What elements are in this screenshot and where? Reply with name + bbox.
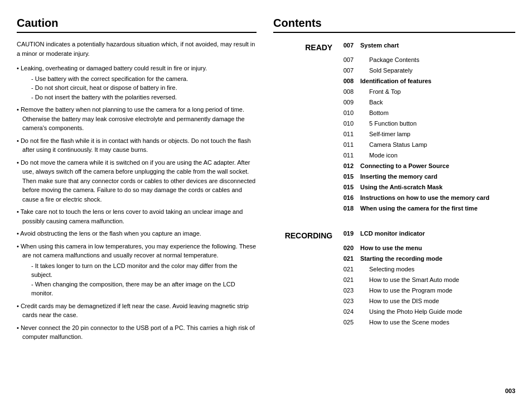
caution-intro: CAUTION indicates a potentially hazardou… bbox=[17, 40, 257, 58]
table-row: 021How to use the Smart Auto mode bbox=[274, 275, 514, 285]
ready-label: READY bbox=[274, 41, 339, 54]
page-number: 003 bbox=[505, 387, 515, 394]
contents-item-label: How to use the Smart Auto mode bbox=[360, 275, 514, 285]
table-row: 009Back bbox=[274, 98, 514, 107]
caution-item: When using this camera in low temperatur… bbox=[17, 242, 257, 298]
page-number-cell: 021 bbox=[340, 254, 359, 264]
page-number-cell: 007 bbox=[340, 41, 359, 54]
page-number-cell: 015 bbox=[340, 183, 359, 192]
page-number-cell: 007 bbox=[340, 55, 359, 65]
table-row: 015Inserting the memory card bbox=[274, 172, 514, 181]
contents-item-label: Using the Anti-scratch Mask bbox=[360, 183, 514, 192]
table-row: 015Using the Anti-scratch Mask bbox=[274, 183, 514, 192]
table-row: 010Bottom bbox=[274, 108, 514, 118]
contents-item-label: When using the camera for the first time bbox=[360, 204, 514, 213]
caution-sub-item: Do not short circuit, heat or dispose of… bbox=[31, 83, 257, 93]
contents-item-label: Front & Top bbox=[360, 87, 514, 97]
table-row: 024Using the Photo Help Guide mode bbox=[274, 307, 514, 317]
table-row: 023How to use the DIS mode bbox=[274, 296, 514, 306]
contents-item-label: Mode icon bbox=[360, 151, 514, 160]
contents-item-label: 5 Function button bbox=[360, 119, 514, 128]
contents-item-label: How to use the Program mode bbox=[360, 286, 514, 295]
page-number-cell: 007 bbox=[340, 66, 359, 75]
table-row: 025How to use the Scene modes bbox=[274, 318, 514, 327]
page-number-cell: 020 bbox=[340, 243, 359, 253]
table-row: 007Package Contents bbox=[274, 55, 514, 65]
contents-item-label: Connecting to a Power Source bbox=[360, 161, 514, 171]
contents-item-label: How to use the Scene modes bbox=[360, 318, 514, 327]
contents-item-label: System chart bbox=[360, 41, 514, 54]
table-row: 018When using the camera for the first t… bbox=[274, 204, 514, 213]
table-row: 016Instructions on how to use the memory… bbox=[274, 193, 514, 203]
page-number-cell: 021 bbox=[340, 265, 359, 274]
page-number-cell: 011 bbox=[340, 151, 359, 160]
caution-item: Credit cards may be demagnetized if left… bbox=[17, 302, 257, 320]
caution-item: Do not move the camera while it is switc… bbox=[17, 158, 257, 204]
table-row: 011Camera Status Lamp bbox=[274, 140, 514, 150]
contents-item-label: Camera Status Lamp bbox=[360, 140, 514, 150]
page-number-cell: 008 bbox=[340, 76, 359, 86]
contents-item-label: Self-timer lamp bbox=[360, 130, 514, 139]
page-number-cell: 008 bbox=[340, 87, 359, 97]
contents-item-label: Selecting modes bbox=[360, 265, 514, 274]
page-number-cell: 023 bbox=[340, 286, 359, 295]
caution-list: Leaking, overheating or damaged battery … bbox=[17, 64, 257, 345]
page-number-cell: 015 bbox=[340, 172, 359, 181]
page-number-cell: 025 bbox=[340, 318, 359, 327]
page-number-cell: 021 bbox=[340, 275, 359, 285]
page-number-cell: 012 bbox=[340, 161, 359, 171]
recording-label: RECORDING bbox=[274, 229, 339, 242]
caution-item: Leaking, overheating or damaged battery … bbox=[17, 64, 257, 102]
page-number-cell: 009 bbox=[340, 98, 359, 107]
table-row: READY007System chart bbox=[274, 41, 514, 54]
contents-item-label: Instructions on how to use the memory ca… bbox=[360, 193, 514, 203]
contents-item-label: How to use the DIS mode bbox=[360, 296, 514, 306]
page-number-cell: 011 bbox=[340, 130, 359, 139]
caution-sub-item: Use battery with the correct specificati… bbox=[31, 74, 257, 84]
caution-sub-item: It takes longer to turn on the LCD monit… bbox=[31, 261, 257, 280]
table-row: 0105 Function button bbox=[274, 119, 514, 128]
caution-item: Avoid obstructing the lens or the flash … bbox=[17, 229, 257, 238]
contents-item-label: Identification of features bbox=[360, 76, 514, 86]
page-number-cell: 010 bbox=[340, 119, 359, 128]
table-row: 011Mode icon bbox=[274, 151, 514, 160]
contents-item-label: Sold Separately bbox=[360, 66, 514, 75]
table-row: 008Identification of features bbox=[274, 76, 514, 86]
page-number-cell: 019 bbox=[340, 229, 359, 242]
caution-sub-item: When changing the composition, there may… bbox=[31, 280, 257, 298]
page-number-cell: 023 bbox=[340, 296, 359, 306]
caution-item: Do not fire the flash while it is in con… bbox=[17, 136, 257, 155]
contents-item-label: Starting the recording mode bbox=[360, 254, 514, 264]
caution-item: Never connect the 20 pin connector to th… bbox=[17, 323, 257, 342]
page-number-cell: 010 bbox=[340, 108, 359, 118]
page-number-cell: 024 bbox=[340, 307, 359, 317]
table-row: 023How to use the Program mode bbox=[274, 286, 514, 295]
table-row: 008Front & Top bbox=[274, 87, 514, 97]
contents-item-label: Package Contents bbox=[360, 55, 514, 65]
table-row: 007Sold Separately bbox=[274, 66, 514, 75]
table-row: 012Connecting to a Power Source bbox=[274, 161, 514, 171]
table-row: 021Selecting modes bbox=[274, 265, 514, 274]
contents-section: Contents READY007System chart007Package … bbox=[273, 17, 515, 391]
page-number-cell: 011 bbox=[340, 140, 359, 150]
caution-item: Remove the battery when not planning to … bbox=[17, 105, 257, 133]
page-number-cell: 018 bbox=[340, 204, 359, 213]
caution-sub-item: Do not insert the battery with the polar… bbox=[31, 93, 257, 102]
caution-title: Caution bbox=[17, 17, 257, 33]
contents-table: READY007System chart007Package Contents0… bbox=[273, 40, 515, 328]
table-row: 020How to use the menu bbox=[274, 243, 514, 253]
table-row: 011Self-timer lamp bbox=[274, 130, 514, 139]
contents-item-label: Inserting the memory card bbox=[360, 172, 514, 181]
caution-section: Caution CAUTION indicates a potentially … bbox=[17, 17, 257, 391]
table-row: 021Starting the recording mode bbox=[274, 254, 514, 264]
contents-item-label: Using the Photo Help Guide mode bbox=[360, 307, 514, 317]
contents-item-label: LCD monitor indicator bbox=[360, 229, 514, 242]
contents-item-label: Bottom bbox=[360, 108, 514, 118]
contents-title: Contents bbox=[273, 17, 515, 33]
page-number-cell: 016 bbox=[340, 193, 359, 203]
contents-item-label: Back bbox=[360, 98, 514, 107]
contents-item-label: How to use the menu bbox=[360, 243, 514, 253]
table-row: RECORDING019LCD monitor indicator bbox=[274, 229, 514, 242]
caution-item: Take care not to touch the lens or lens … bbox=[17, 207, 257, 226]
